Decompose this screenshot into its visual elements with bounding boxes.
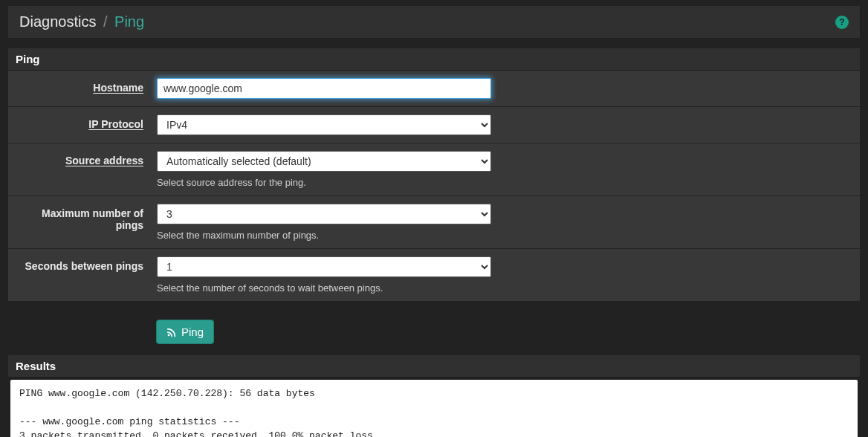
results-panel-title: Results (8, 355, 860, 378)
seconds-between-label: Seconds between pings (25, 260, 143, 272)
ping-button-label: Ping (181, 326, 204, 338)
ping-button[interactable]: Ping (156, 320, 214, 344)
hostname-label: Hostname (93, 82, 143, 94)
breadcrumb-separator: / (103, 13, 108, 30)
source-address-select[interactable]: Automatically selected (default) (157, 151, 491, 172)
breadcrumb-root[interactable]: Diagnostics (19, 13, 96, 30)
ip-protocol-select[interactable]: IPv4 (157, 114, 491, 135)
ping-panel-title: Ping (8, 48, 860, 71)
results-panel: Results PING www.google.com (142.250.70.… (7, 355, 861, 437)
seconds-between-select[interactable]: 1 (157, 256, 491, 277)
seconds-between-help: Select the number of seconds to wait bet… (157, 282, 849, 294)
max-pings-select[interactable]: 3 (157, 204, 491, 224)
ip-protocol-label: IP Protocol (88, 118, 143, 130)
svg-point-0 (168, 334, 170, 336)
source-address-label: Source address (65, 155, 143, 166)
ping-panel: Ping Hostname IP Protocol IPv4 Source ad… (7, 48, 861, 302)
max-pings-help: Select the maximum number of pings. (157, 230, 849, 241)
results-output: PING www.google.com (142.250.70.228): 56… (10, 380, 858, 437)
source-address-help: Select source address for the ping. (157, 177, 849, 188)
help-icon[interactable]: ? (835, 16, 849, 29)
breadcrumb-current: Ping (114, 13, 144, 30)
breadcrumb: Diagnostics / Ping (19, 13, 144, 30)
page-header: Diagnostics / Ping ? (7, 5, 861, 39)
max-pings-label: Maximum number of pings (42, 207, 143, 231)
rss-icon (166, 327, 177, 337)
hostname-input[interactable] (157, 78, 491, 99)
